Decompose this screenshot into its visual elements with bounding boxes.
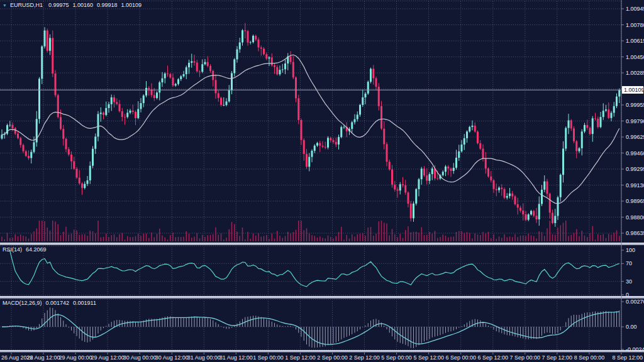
svg-text:8 Sep 12:00: 8 Sep 12:00: [612, 354, 643, 361]
volume-layer: [1, 221, 619, 241]
svg-text:0.99625: 0.99625: [626, 134, 644, 140]
svg-text:6 Sep 00:00: 6 Sep 00:00: [445, 354, 476, 361]
svg-text:1.00945: 1.00945: [626, 6, 644, 12]
svg-text:0.99130: 0.99130: [626, 182, 644, 189]
svg-text:1 Sep 12:00: 1 Sep 12:00: [285, 354, 316, 361]
svg-text:0.99295: 0.99295: [626, 166, 644, 172]
svg-text:1.00285: 1.00285: [626, 70, 644, 76]
trading-chart-window: 1.009451.007801.006151.004501.002851.001…: [0, 0, 644, 362]
svg-text:30: 30: [626, 278, 632, 285]
svg-text:1.00615: 1.00615: [626, 38, 644, 44]
svg-text:5 Sep 12:00: 5 Sep 12:00: [413, 354, 444, 361]
svg-text:0: 0: [626, 292, 629, 298]
svg-text:7 Sep 00:00: 7 Sep 00:00: [510, 354, 541, 361]
svg-text:0.99460: 0.99460: [626, 150, 644, 156]
svg-text:100: 100: [626, 247, 635, 253]
svg-text:-0.002482: -0.002482: [626, 346, 644, 353]
current-price-tag: 1.00109: [622, 86, 643, 94]
svg-text:0.98800: 0.98800: [626, 214, 644, 221]
svg-text:29 Aug 12:00: 29 Aug 12:00: [91, 354, 125, 361]
svg-text:2 Sep 12:00: 2 Sep 12:00: [349, 354, 380, 361]
svg-text:29 Aug 00:00: 29 Aug 00:00: [59, 354, 92, 361]
candles-layer: [1, 23, 621, 227]
svg-text:1.00780: 1.00780: [626, 22, 644, 28]
macd-axis[interactable]: 0.0027690.00-0.002482: [621, 299, 644, 353]
svg-text:2 Sep 00:00: 2 Sep 00:00: [317, 354, 348, 361]
svg-text:30 Aug 12:00: 30 Aug 12:00: [155, 354, 189, 361]
macd-signal-line: [2, 312, 619, 344]
macd-histogram: [2, 307, 619, 348]
svg-text:6 Sep 12:00: 6 Sep 12:00: [477, 354, 508, 361]
svg-text:1 Sep 00:00: 1 Sep 00:00: [253, 354, 284, 361]
svg-text:31 Aug 12:00: 31 Aug 12:00: [219, 354, 253, 361]
svg-text:5 Sep 00:00: 5 Sep 00:00: [381, 354, 412, 361]
svg-text:0.98965: 0.98965: [626, 198, 644, 204]
svg-text:8 Sep 00:00: 8 Sep 00:00: [574, 354, 605, 361]
chart-canvas[interactable]: 1.009451.007801.006151.004501.002851.001…: [0, 0, 644, 362]
svg-text:0.99955: 0.99955: [626, 102, 644, 108]
time-axis[interactable]: 26 Aug 202226 Aug 12:0029 Aug 00:0029 Au…: [1, 353, 643, 361]
rsi-axis[interactable]: 10070300: [621, 247, 635, 298]
svg-text:7 Sep 12:00: 7 Sep 12:00: [542, 354, 573, 361]
svg-text:0.98635: 0.98635: [626, 230, 644, 236]
symbol-dropdown-icon[interactable]: ▼: [3, 2, 7, 9]
svg-text:0.99790: 0.99790: [626, 118, 644, 124]
svg-text:1.00450: 1.00450: [626, 54, 644, 60]
moving-average-line: [2, 55, 619, 204]
svg-text:70: 70: [626, 260, 632, 266]
svg-text:30 Aug 00:00: 30 Aug 00:00: [123, 354, 157, 361]
svg-text:0.002769: 0.002769: [626, 299, 644, 305]
svg-text:0.00: 0.00: [626, 324, 637, 330]
svg-text:26 Aug 12:00: 26 Aug 12:00: [27, 354, 60, 361]
svg-text:31 Aug 00:00: 31 Aug 00:00: [187, 354, 221, 361]
